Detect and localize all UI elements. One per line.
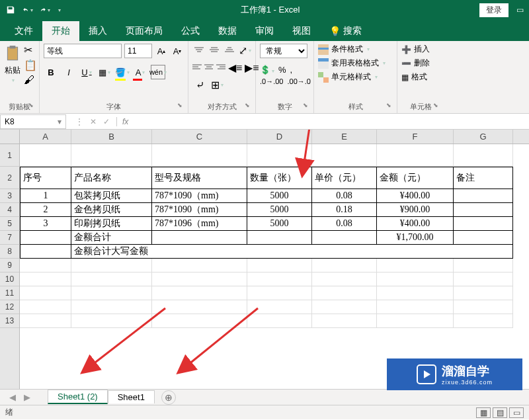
row-header[interactable]: 13 — [0, 314, 19, 328]
conditional-format-button[interactable]: 条件格式▾ — [318, 44, 386, 55]
font-name-select[interactable] — [44, 44, 122, 58]
cell[interactable] — [247, 259, 312, 273]
cell[interactable] — [454, 231, 513, 245]
shrink-font-icon[interactable]: A▾ — [171, 44, 184, 58]
row-header[interactable]: 3 — [0, 189, 19, 203]
cell[interactable] — [312, 286, 377, 300]
cell[interactable] — [71, 286, 152, 300]
cell[interactable] — [454, 314, 513, 328]
row-header[interactable]: 10 — [0, 273, 19, 286]
cell[interactable] — [20, 144, 71, 167]
cell[interactable] — [247, 231, 312, 245]
row-header[interactable]: 8 — [0, 245, 19, 259]
login-button[interactable]: 登录 — [479, 3, 509, 17]
merge-cells-icon[interactable]: ⊞▾ — [210, 78, 224, 91]
cell[interactable] — [377, 314, 454, 328]
fx-icon[interactable]: fx — [116, 117, 134, 126]
cell[interactable] — [312, 144, 377, 167]
align-bottom-icon[interactable] — [224, 44, 236, 57]
cell[interactable] — [247, 314, 312, 328]
cell[interactable] — [152, 314, 247, 328]
phonetic-button[interactable]: wén▾ — [151, 65, 165, 79]
cell[interactable]: 0.08 — [312, 217, 377, 231]
cell[interactable]: 备注 — [454, 167, 513, 189]
row-header[interactable]: 1 — [0, 144, 19, 167]
cell[interactable]: 1 — [20, 189, 71, 203]
align-center-icon[interactable] — [204, 61, 214, 74]
cell[interactable] — [377, 300, 454, 314]
cell[interactable]: 2 — [20, 203, 71, 217]
cell[interactable] — [247, 300, 312, 314]
delete-cells-button[interactable]: ➖ 删除 — [401, 58, 430, 69]
cell[interactable] — [247, 286, 312, 300]
cell[interactable]: 3 — [20, 217, 71, 231]
cell[interactable]: 数量（张） — [247, 167, 312, 189]
cell[interactable] — [377, 259, 454, 273]
decrease-decimal-icon[interactable]: .00→.0 — [287, 77, 310, 85]
cell[interactable]: 印刷拷贝纸 — [71, 217, 152, 231]
row-header[interactable]: 11 — [0, 286, 19, 300]
col-header-a[interactable]: A — [20, 130, 71, 144]
tab-home[interactable]: 开始 — [42, 21, 79, 41]
percent-icon[interactable]: % — [278, 65, 286, 75]
align-middle-icon[interactable] — [208, 44, 220, 57]
cell[interactable] — [152, 300, 247, 314]
sheet-tab-2[interactable]: Sheet1 — [108, 390, 155, 403]
cell[interactable] — [312, 231, 377, 245]
cell[interactable]: ¥400.00 — [377, 189, 454, 203]
cell[interactable]: 单价（元） — [312, 167, 377, 189]
row-header[interactable]: 9 — [0, 259, 19, 273]
cell[interactable]: 787*1090（mm) — [152, 189, 247, 203]
cell[interactable]: ¥900.00 — [377, 203, 454, 217]
cell[interactable]: 金额（元） — [377, 167, 454, 189]
cell[interactable] — [71, 273, 152, 286]
cell[interactable] — [152, 231, 247, 245]
tab-search[interactable]: 💡 搜索 — [320, 21, 371, 41]
cell[interactable] — [152, 259, 247, 273]
cell[interactable] — [247, 273, 312, 286]
cell[interactable]: ¥400.00 — [377, 217, 454, 231]
cell[interactable]: ¥1,700.00 — [377, 231, 454, 245]
cell[interactable] — [312, 300, 377, 314]
tab-formula[interactable]: 公式 — [172, 21, 209, 41]
cell[interactable]: 金色拷贝纸 — [71, 203, 152, 217]
cell[interactable] — [454, 300, 513, 314]
cut-icon[interactable]: ✂ — [24, 44, 37, 56]
col-header-g[interactable]: G — [454, 130, 513, 144]
number-format-select[interactable]: 常规 — [260, 44, 307, 58]
font-color-button[interactable]: A▾ — [133, 65, 147, 79]
cell[interactable]: 5000 — [247, 217, 312, 231]
row-header[interactable]: 4 — [0, 203, 19, 217]
add-sheet-button[interactable]: ⊕ — [161, 390, 176, 405]
tab-review[interactable]: 审阅 — [246, 21, 283, 41]
row-header[interactable]: 7 — [0, 231, 19, 245]
cell[interactable] — [20, 300, 71, 314]
col-header-c[interactable]: C — [152, 130, 247, 144]
cell[interactable] — [312, 273, 377, 286]
tab-view[interactable]: 视图 — [283, 21, 320, 41]
tab-layout[interactable]: 页面布局 — [116, 21, 172, 41]
sheet-nav-prev-icon[interactable]: ◀ — [5, 392, 20, 402]
cell[interactable] — [152, 286, 247, 300]
confirm-icon[interactable]: ✓ — [103, 117, 110, 126]
cell[interactable]: 金额合计 — [71, 231, 152, 245]
comma-icon[interactable]: , — [290, 65, 293, 75]
cell[interactable] — [454, 273, 513, 286]
insert-cells-button[interactable]: ➕ 插入 — [401, 44, 430, 55]
italic-button[interactable]: I — [61, 65, 76, 79]
row-header[interactable]: 5 — [0, 217, 19, 231]
cell[interactable] — [454, 203, 513, 217]
cancel-icon[interactable]: ✕ — [90, 117, 97, 126]
cell[interactable] — [454, 259, 513, 273]
cell[interactable] — [71, 144, 152, 167]
font-size-select[interactable] — [124, 44, 152, 58]
cell[interactable]: 产品名称 — [71, 167, 152, 189]
cell[interactable] — [377, 144, 454, 167]
cell[interactable]: 金额合计大写金额 — [71, 245, 513, 259]
view-normal-icon[interactable]: ▦ — [476, 407, 491, 418]
cell[interactable]: 787*1090（mm) — [152, 203, 247, 217]
format-cells-button[interactable]: ▦ 格式 — [401, 71, 430, 83]
cell[interactable]: 0.08 — [312, 189, 377, 203]
cell[interactable] — [454, 286, 513, 300]
bold-button[interactable]: B — [44, 65, 58, 79]
